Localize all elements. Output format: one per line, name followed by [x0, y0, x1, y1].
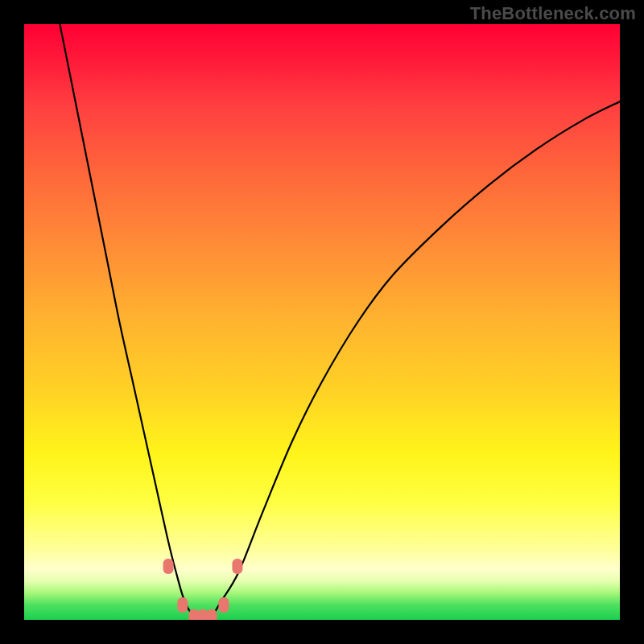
watermark-text: TheBottleneck.com: [470, 3, 636, 24]
curve-marker: [207, 609, 217, 620]
chart-frame: TheBottleneck.com: [0, 0, 644, 644]
plot-area: [24, 24, 620, 620]
bottleneck-curve: [60, 24, 620, 620]
curve-marker: [232, 559, 242, 574]
curve-marker: [188, 609, 199, 620]
curve-marker: [163, 559, 174, 574]
curve-layer: [24, 24, 620, 620]
curve-marker: [218, 597, 229, 613]
curve-marker: [177, 597, 188, 613]
curve-marker: [198, 609, 208, 620]
